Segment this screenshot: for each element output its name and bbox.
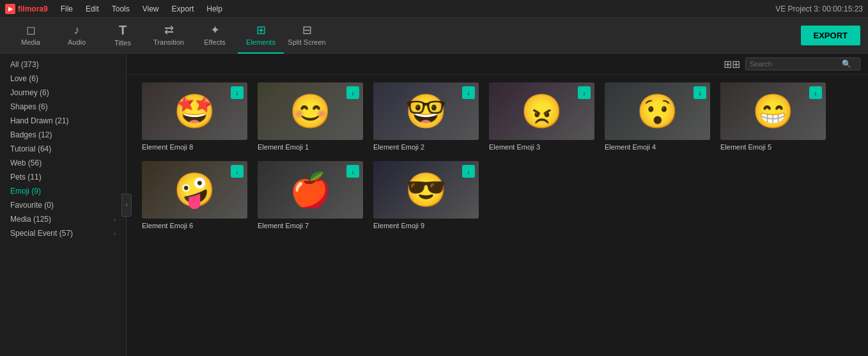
download-badge[interactable]: ↓	[462, 165, 475, 178]
emoji-sticker: 😎	[405, 173, 447, 206]
menu-file[interactable]: File	[56, 3, 78, 15]
toolbar-splitscreen[interactable]: ⊟ Split Screen	[284, 18, 330, 54]
grid-item[interactable]: 🤪↓Element Emoji 6	[142, 161, 247, 229]
download-badge[interactable]: ↓	[346, 165, 359, 178]
sidebar-item-journey[interactable]: Journey (6)	[0, 86, 126, 100]
grid-item[interactable]: 🤩↓Element Emoji 8	[142, 82, 247, 151]
search-input[interactable]	[750, 60, 839, 68]
sidebar-item-pets[interactable]: Pets (11)	[0, 170, 126, 184]
thumbnail: 🤓↓	[373, 82, 479, 140]
grid-item[interactable]: 😊↓Element Emoji 1	[258, 82, 363, 151]
thumbnail: 🤩↓	[142, 82, 247, 140]
sidebar-item-media[interactable]: Media (125) ›	[0, 212, 126, 226]
thumbnail: 😯↓	[605, 82, 710, 140]
toolbar-elements-label: Elements	[246, 38, 275, 46]
toolbar-media[interactable]: ◻ Media	[8, 18, 54, 54]
main-area: All (373) Love (6) Journey (6) Shapes (6…	[0, 54, 868, 356]
thumbnail-label: Element Emoji 3	[489, 143, 594, 151]
thumbnail-label: Element Emoji 6	[142, 222, 247, 229]
grid-item[interactable]: 😠↓Element Emoji 3	[489, 82, 594, 151]
thumbnail-label: Element Emoji 5	[720, 143, 826, 151]
app-name: filmora9	[18, 4, 48, 13]
chevron-right-icon: ›	[114, 216, 116, 223]
thumbnail: 😊↓	[258, 82, 363, 140]
sidebar-item-web[interactable]: Web (56)	[0, 156, 126, 170]
sidebar-item-favourite[interactable]: Favourite (0)	[0, 198, 126, 212]
sidebar-item-handdrawn[interactable]: Hand Drawn (21)	[0, 114, 126, 128]
grid-item[interactable]: 🤓↓Element Emoji 2	[373, 82, 479, 151]
sidebar: All (373) Love (6) Journey (6) Shapes (6…	[0, 54, 127, 356]
thumbnail-label: Element Emoji 1	[258, 143, 363, 151]
effects-icon: ✦	[210, 24, 220, 36]
media-icon: ◻	[26, 24, 36, 36]
splitscreen-icon: ⊟	[302, 24, 312, 36]
grid-item[interactable]: 😎↓Element Emoji 9	[373, 161, 479, 229]
app-logo: ▶ filmora9	[5, 4, 48, 14]
toolbar-audio[interactable]: ♪ Audio	[54, 18, 100, 54]
thumbnail-label: Element Emoji 7	[258, 222, 363, 229]
menu-help[interactable]: Help	[201, 3, 228, 15]
collapse-icon: ‹	[125, 201, 127, 208]
menu-view[interactable]: View	[137, 3, 164, 15]
sidebar-wrapper: All (373) Love (6) Journey (6) Shapes (6…	[0, 54, 127, 356]
sidebar-item-badges[interactable]: Badges (12)	[0, 128, 126, 142]
download-badge[interactable]: ↓	[231, 86, 244, 99]
download-badge[interactable]: ↓	[578, 86, 591, 99]
elements-grid: 🤩↓Element Emoji 8😊↓Element Emoji 1🤓↓Elem…	[127, 75, 868, 247]
toolbar-effects-label: Effects	[204, 38, 225, 46]
thumbnail: 🤪↓	[142, 161, 247, 219]
toolbar-transition[interactable]: ⇄ Transition	[146, 18, 192, 54]
titles-icon: T	[119, 24, 127, 36]
toolbar-titles-label: Titles	[114, 39, 131, 47]
toolbar-transition-label: Transition	[153, 38, 184, 46]
emoji-sticker: 😯	[637, 95, 678, 128]
export-button[interactable]: EXPORT	[801, 26, 860, 45]
content-header: ⊞⊞ 🔍	[127, 54, 868, 75]
search-box: 🔍	[745, 58, 860, 70]
elements-icon: ⊞	[256, 24, 266, 36]
emoji-sticker: 🤩	[174, 95, 215, 128]
thumbnail-label: Element Emoji 2	[373, 143, 479, 151]
toolbar-titles[interactable]: T Titles	[100, 18, 146, 54]
thumbnail-label: Element Emoji 9	[373, 222, 479, 229]
emoji-sticker: 😁	[752, 95, 794, 128]
download-badge[interactable]: ↓	[809, 86, 822, 99]
sidebar-item-emoji[interactable]: Emoji (9)	[0, 184, 126, 198]
thumbnail: 😁↓	[720, 82, 826, 140]
toolbar-elements[interactable]: ⊞ Elements	[238, 18, 284, 54]
grid-item[interactable]: 😁↓Element Emoji 5	[720, 82, 826, 151]
toolbar-audio-label: Audio	[68, 38, 86, 46]
project-info: VE Project 3: 00:00:15:23	[775, 4, 863, 13]
toolbar-effects[interactable]: ✦ Effects	[192, 18, 238, 54]
toolbar: ◻ Media ♪ Audio T Titles ⇄ Transition ✦ …	[0, 18, 868, 54]
menu-tools[interactable]: Tools	[107, 3, 135, 15]
sidebar-item-all[interactable]: All (373)	[0, 58, 126, 72]
thumbnail: 🍎↓	[258, 161, 363, 219]
emoji-sticker: 🍎	[290, 173, 331, 206]
sidebar-item-shapes[interactable]: Shapes (6)	[0, 100, 126, 114]
download-badge[interactable]: ↓	[346, 86, 359, 99]
menu-edit[interactable]: Edit	[81, 3, 104, 15]
logo-icon: ▶	[5, 4, 15, 14]
transition-icon: ⇄	[164, 24, 174, 36]
menu-export[interactable]: Export	[167, 3, 199, 15]
chevron-right-icon-2: ›	[114, 230, 116, 237]
download-badge[interactable]: ↓	[231, 165, 244, 178]
thumbnail-label: Element Emoji 4	[605, 143, 710, 151]
grid-item[interactable]: 😯↓Element Emoji 4	[605, 82, 710, 151]
audio-icon: ♪	[74, 24, 80, 36]
grid-view-icon[interactable]: ⊞⊞	[724, 58, 740, 70]
sidebar-collapse-button[interactable]: ‹	[121, 194, 132, 217]
sidebar-item-specialevent[interactable]: Special Event (57) ›	[0, 226, 126, 240]
sidebar-item-love[interactable]: Love (6)	[0, 72, 126, 86]
download-badge[interactable]: ↓	[462, 86, 475, 99]
sidebar-item-tutorial[interactable]: Tutorial (64)	[0, 142, 126, 156]
thumbnail-label: Element Emoji 8	[142, 143, 247, 151]
thumbnail: 😎↓	[373, 161, 479, 219]
grid-item[interactable]: 🍎↓Element Emoji 7	[258, 161, 363, 229]
download-badge[interactable]: ↓	[694, 86, 706, 99]
emoji-sticker: 🤓	[405, 95, 447, 128]
menu-bar: ▶ filmora9 File Edit Tools View Export H…	[0, 0, 868, 18]
emoji-sticker: 🤪	[174, 173, 215, 206]
toolbar-media-label: Media	[21, 38, 40, 46]
